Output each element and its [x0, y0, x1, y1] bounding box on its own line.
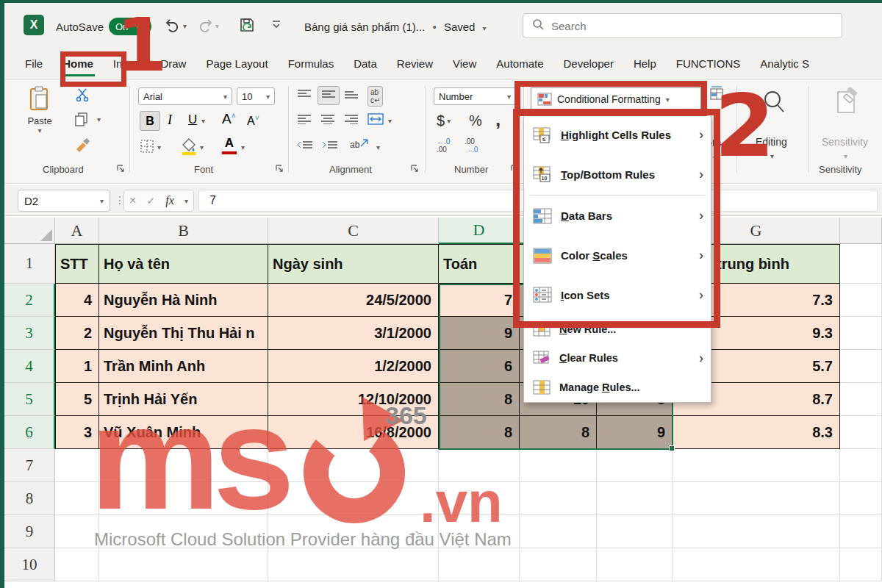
menu-item-color-scales[interactable]: Color Scales › — [524, 236, 711, 276]
cell-d3[interactable]: 9 — [439, 317, 520, 350]
autosave-toggle[interactable]: On — [109, 18, 151, 35]
cell-e8[interactable] — [520, 482, 597, 515]
row-header-2[interactable]: 2 — [4, 284, 55, 317]
cell-a8[interactable] — [55, 482, 99, 515]
row-header-4[interactable]: 4 — [4, 350, 55, 383]
row-header-3[interactable]: 3 — [4, 317, 55, 350]
cell-f9[interactable] — [597, 515, 673, 548]
cut-icon[interactable] — [75, 87, 90, 105]
redo-icon[interactable] — [197, 16, 213, 35]
decrease-font-button[interactable]: A˅ — [247, 114, 259, 128]
cell-c1[interactable]: Ngày sinh — [268, 244, 439, 284]
cell-h10[interactable] — [840, 548, 882, 581]
merge-center-icon[interactable] — [368, 112, 384, 129]
row-header-10[interactable]: 10 — [4, 548, 55, 581]
undo-icon[interactable] — [165, 16, 181, 35]
cell-b3[interactable]: Nguyễn Thị Thu Hải n — [99, 317, 268, 350]
menu-item-top-bottom-rules[interactable]: 10 Top/Bottom Rules › — [524, 155, 711, 195]
align-left-icon[interactable] — [297, 114, 312, 127]
menu-item-icon-sets[interactable]: Icon Sets › — [524, 275, 711, 315]
cell-h8[interactable] — [840, 482, 882, 515]
copy-icon[interactable] — [74, 111, 90, 130]
decrease-decimal-button[interactable]: .00→.0 — [465, 137, 478, 154]
menu-item-new-rule[interactable]: New Rule... — [524, 315, 711, 344]
cancel-entry-icon[interactable]: × — [129, 194, 136, 207]
row-header-6[interactable]: 6 — [4, 416, 55, 449]
cell-a2[interactable]: 4 — [55, 284, 99, 317]
cell-g7[interactable] — [673, 449, 840, 482]
row-header-7[interactable]: 7 — [4, 449, 55, 482]
cell-a1[interactable]: STT — [55, 244, 99, 284]
cell-a7[interactable] — [55, 449, 99, 482]
borders-icon[interactable] — [140, 139, 154, 157]
cell-h2[interactable] — [840, 284, 882, 317]
underline-chevron-icon[interactable]: ▾ — [201, 117, 205, 125]
tab-analytic[interactable]: Analytic S — [760, 57, 809, 70]
orientation-icon[interactable]: ab — [350, 137, 370, 150]
cell-d4[interactable]: 6 — [439, 350, 520, 383]
merge-chevron-icon[interactable]: ▾ — [388, 117, 392, 125]
menu-item-clear-rules[interactable]: Clear Rules › — [524, 344, 711, 373]
cell-f7[interactable] — [597, 449, 673, 482]
cell-b7[interactable] — [99, 449, 268, 482]
underline-button[interactable]: U — [188, 112, 197, 127]
cell-c8[interactable] — [268, 482, 439, 515]
align-right-icon[interactable] — [344, 114, 359, 127]
save-icon[interactable] — [238, 16, 256, 37]
cell-a5[interactable]: 5 — [55, 383, 99, 416]
align-bottom-icon[interactable] — [344, 89, 359, 102]
font-dialog-launcher-icon[interactable] — [275, 164, 285, 174]
cell-h4[interactable] — [840, 350, 882, 383]
search-input[interactable] — [551, 20, 794, 32]
increase-font-button[interactable]: A˄ — [222, 111, 236, 127]
cell-g6[interactable]: 8.3 — [673, 416, 840, 449]
cell-h5[interactable] — [840, 383, 882, 416]
cell-c2[interactable]: 24/5/2000 — [268, 284, 439, 317]
cell-h3[interactable] — [840, 317, 882, 350]
tab-functions[interactable]: FUNCTIONS — [676, 57, 741, 70]
tab-automate[interactable]: Automate — [496, 57, 543, 70]
align-middle-icon[interactable] — [318, 86, 340, 105]
col-header-c[interactable]: C — [268, 218, 439, 244]
cell-b8[interactable] — [99, 482, 268, 515]
cell-g10[interactable] — [673, 548, 840, 581]
number-format-select[interactable]: Number▾ — [434, 87, 516, 105]
cell-d9[interactable] — [439, 515, 520, 548]
row-header-5[interactable]: 5 — [4, 383, 55, 416]
align-center-icon[interactable] — [320, 114, 335, 127]
tab-formulas[interactable]: Formulas — [288, 57, 334, 70]
increase-indent-icon[interactable] — [322, 140, 338, 154]
cell-d8[interactable] — [439, 482, 520, 515]
fill-color-chevron-icon[interactable]: ▾ — [200, 143, 204, 151]
cell-b1[interactable]: Họ và tên — [99, 244, 268, 284]
number-dialog-launcher-icon[interactable] — [510, 164, 520, 174]
cell-f6[interactable]: 9 — [597, 416, 673, 449]
cell-b4[interactable]: Trần Minh Anh — [99, 350, 268, 383]
tab-data[interactable]: Data — [354, 57, 377, 70]
borders-chevron-icon[interactable]: ▾ — [157, 143, 161, 151]
font-family-select[interactable]: Arial▾ — [138, 87, 232, 105]
editing-label[interactable]: Editing — [756, 136, 787, 148]
tab-help[interactable]: Help — [634, 57, 656, 70]
cell-d1[interactable]: Toán — [439, 244, 520, 284]
font-size-select[interactable]: 10▾ — [237, 87, 275, 105]
font-color-button[interactable]: A — [222, 136, 237, 154]
cell-h1[interactable] — [840, 244, 882, 284]
cell-h6[interactable] — [840, 416, 882, 449]
currency-button[interactable]: $▾ — [437, 112, 451, 129]
col-header-h[interactable] — [840, 218, 882, 244]
cell-g9[interactable] — [673, 515, 840, 548]
cell-c4[interactable]: 1/2/2000 — [268, 350, 439, 383]
cells-chevron-icon[interactable]: ▾ — [713, 154, 717, 162]
cell-c3[interactable]: 3/1/2000 — [268, 317, 439, 350]
cell-b2[interactable]: Nguyễn Hà Ninh — [99, 284, 268, 317]
confirm-entry-icon[interactable]: ✓ — [146, 195, 155, 207]
col-header-a[interactable]: A — [55, 218, 99, 244]
row-header-9[interactable]: 9 — [4, 515, 55, 548]
conditional-formatting-button[interactable]: Conditional Formatting ▾ — [531, 87, 701, 111]
cell-a6[interactable]: 3 — [55, 416, 99, 449]
cell-c10[interactable] — [268, 548, 439, 581]
cell-d7[interactable] — [439, 449, 520, 482]
format-painter-icon[interactable] — [74, 136, 91, 157]
tab-draw[interactable]: Draw — [160, 57, 186, 70]
